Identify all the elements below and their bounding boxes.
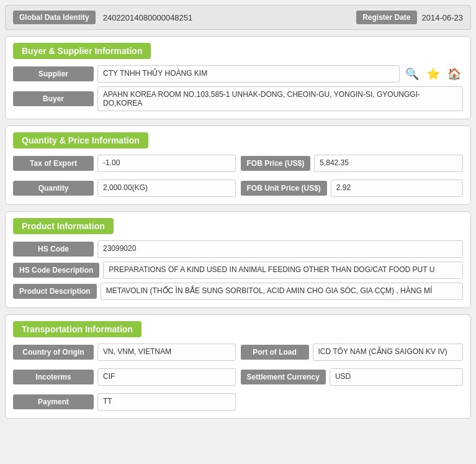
port-row: Port of Load ICD TÔY NAM (CẢNG SAIGON KV… [241,343,464,361]
supplier-row: Supplier CTY TNHH THỦY HOÀNG KIM 🔍 ⭐ 🏠 [13,65,463,83]
fob-unit-row: FOB Unit Price (US$) 2.92 [241,180,464,197]
product-info-title: Product Information [13,218,114,234]
payment-row: Payment TT [13,393,236,411]
right-col: FOB Price (US$) 5,842.35 FOB Unit Price … [241,155,464,197]
quantity-value: 2,000.00(KG) [97,180,236,197]
country-row: Country of Origin VN, VNM, VIETNAM [13,343,236,361]
buyer-value: APAHN KOREA ROOM NO.103,585-1 UNHAK-DONG… [97,86,463,111]
tax-label: Tax of Export [13,156,94,171]
register-date-group: Register Date 2014-06-23 [356,11,463,24]
settlement-label: Settlement Currency [241,370,326,384]
port-label: Port of Load [241,345,309,360]
star-icon[interactable]: ⭐ [424,65,442,83]
payment-label: Payment [13,394,94,409]
search-icon[interactable]: 🔍 [403,65,421,83]
hs-code-label: HS Code [13,242,94,257]
supplier-label: Supplier [13,66,94,81]
quantity-price-section: Quantity & Price Information Tax of Expo… [5,125,471,205]
global-data-label: Global Data Identity [13,11,96,24]
tax-row: Tax of Export -1.00 [13,155,236,172]
product-info-section: Product Information HS Code 23099020 HS … [5,211,471,308]
transport-right: Port of Load ICD TÔY NAM (CẢNG SAIGON KV… [241,343,464,411]
settlement-row: Settlement Currency USD [241,368,464,386]
transport-left: Country of Origin VN, VNM, VIETNAM Incot… [13,343,236,411]
global-data-value: 24022014080000048251 [103,13,349,22]
hs-desc-label: HS Code Description [13,263,99,278]
transportation-title: Transportation Information [13,321,141,337]
fob-unit-value: 2.92 [331,180,463,197]
quantity-row: Quantity 2,000.00(KG) [13,180,236,197]
buyer-label: Buyer [13,91,94,106]
fob-price-row: FOB Price (US$) 5,842.35 [241,155,464,172]
left-col: Tax of Export -1.00 Quantity 2,000.00(KG… [13,155,236,197]
home-icon[interactable]: 🏠 [446,65,463,83]
country-value: VN, VNM, VIETNAM [97,343,236,361]
buyer-supplier-title: Buyer & Supplier Information [13,43,151,59]
supplier-value: CTY TNHH THỦY HOÀNG KIM [97,65,400,83]
quantity-label: Quantity [13,181,94,196]
buyer-supplier-section: Buyer & Supplier Information Supplier CT… [5,36,471,119]
top-bar: Global Data Identity 2402201408000004825… [5,5,471,30]
settlement-value: USD [330,368,463,386]
hs-code-value: 23099020 [97,240,463,258]
product-desc-row: Product Description METAVOLIN (THỐC ÌN B… [13,283,463,300]
incoterms-value: CIF [97,368,236,386]
tax-value: -1.00 [97,155,236,172]
register-date-label: Register Date [356,11,416,24]
register-date-value: 2014-06-23 [422,13,464,22]
transportation-grid: Country of Origin VN, VNM, VIETNAM Incot… [13,343,463,411]
fob-unit-label: FOB Unit Price (US$) [241,181,327,196]
payment-value: TT [97,393,236,411]
quantity-price-title: Quantity & Price Information [13,132,148,148]
fob-price-value: 5,842.35 [314,155,463,172]
fob-price-label: FOB Price (US$) [241,156,311,171]
buyer-row: Buyer APAHN KOREA ROOM NO.103,585-1 UNHA… [13,86,463,111]
incoterms-label: Incoterms [13,370,94,384]
port-value: ICD TÔY NAM (CẢNG SAIGON KV IV) [313,343,464,361]
product-desc-label: Product Description [13,284,97,299]
country-label: Country of Origin [13,345,94,360]
incoterms-row: Incoterms CIF [13,368,236,386]
action-icons: 🔍 ⭐ 🏠 [403,65,463,83]
hs-desc-row: HS Code Description PREPARATIONS OF A KI… [13,262,463,279]
transportation-section: Transportation Information Country of Or… [5,314,471,419]
quantity-price-grid: Tax of Export -1.00 Quantity 2,000.00(KG… [13,155,463,197]
hs-desc-value: PREPARATIONS OF A KIND USED IN ANIMAL FE… [103,262,463,279]
hs-code-row: HS Code 23099020 [13,240,463,258]
product-desc-value: METAVOLIN (THỐC ÌN BẮE SUNG SORBITOL, AC… [101,283,463,300]
